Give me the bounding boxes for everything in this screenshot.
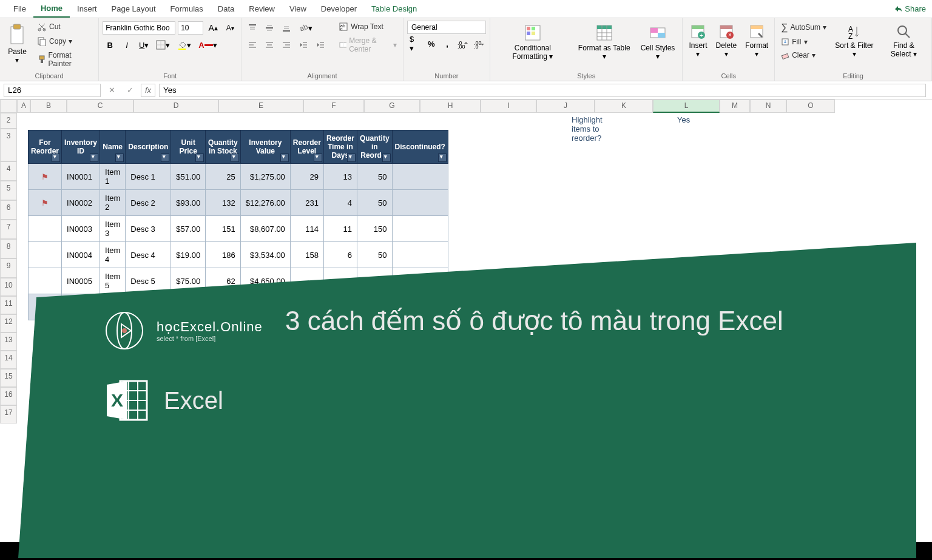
col-header-L[interactable]: L xyxy=(653,100,720,113)
table-cell[interactable]: 50 xyxy=(357,164,392,190)
name-box[interactable] xyxy=(4,84,101,97)
tab-home[interactable]: Home xyxy=(33,0,70,18)
tab-file[interactable]: File xyxy=(6,1,33,17)
table-cell[interactable]: 151 xyxy=(206,216,241,242)
table-cell[interactable]: 114 xyxy=(290,216,323,242)
tab-review[interactable]: Review xyxy=(241,1,282,17)
bold-button[interactable]: B xyxy=(103,38,117,52)
table-header[interactable]: Inventory ID xyxy=(62,130,100,164)
font-size-select[interactable] xyxy=(178,21,203,35)
row-header-4[interactable]: 4 xyxy=(0,161,17,181)
col-header-K[interactable]: K xyxy=(595,100,653,113)
table-cell[interactable]: 4 xyxy=(323,190,357,216)
paste-button[interactable]: Paste ▾ xyxy=(4,21,31,67)
row-header-11[interactable]: 11 xyxy=(0,296,17,314)
table-row[interactable]: ⚑IN0001Item 1Desc 1$51.0025$1,275.002913… xyxy=(29,164,448,190)
align-center-button[interactable] xyxy=(262,38,277,52)
increase-indent-button[interactable] xyxy=(313,38,328,52)
delete-cells-button[interactable]: ×Delete▾ xyxy=(713,21,739,61)
merge-center-button[interactable]: Merge & Center ▾ xyxy=(336,35,399,55)
table-cell[interactable]: $51.00 xyxy=(171,164,206,190)
find-select-button[interactable]: Find & Select ▾ xyxy=(880,21,928,61)
table-cell[interactable] xyxy=(392,164,448,190)
align-right-button[interactable] xyxy=(279,38,294,52)
col-header-N[interactable]: N xyxy=(750,100,786,113)
table-cell[interactable]: 132 xyxy=(206,190,241,216)
clear-button[interactable]: Clear ▾ xyxy=(778,50,829,61)
col-header-O[interactable]: O xyxy=(786,100,835,113)
comma-button[interactable]: , xyxy=(441,36,454,51)
borders-button[interactable]: ▾ xyxy=(154,38,172,52)
filter-icon[interactable] xyxy=(115,153,124,162)
table-cell[interactable]: IN0002 xyxy=(62,190,100,216)
col-header-C[interactable]: C xyxy=(67,100,133,113)
align-bottom-button[interactable] xyxy=(279,21,294,35)
table-header[interactable]: Reorder Time in Days xyxy=(323,130,357,164)
align-middle-button[interactable] xyxy=(262,21,277,35)
tab-table-design[interactable]: Table Design xyxy=(364,1,424,17)
italic-button[interactable]: I xyxy=(120,38,134,52)
format-painter-button[interactable]: Format Painter xyxy=(35,50,95,69)
fill-button[interactable]: Fill ▾ xyxy=(778,36,829,47)
align-top-button[interactable] xyxy=(245,21,260,35)
table-row[interactable]: IN0003Item 3Desc 3$57.00151$8,607.001141… xyxy=(29,216,448,242)
col-header-I[interactable]: I xyxy=(481,100,536,113)
table-cell[interactable]: IN0001 xyxy=(62,164,100,190)
filter-icon[interactable] xyxy=(438,153,447,162)
table-cell[interactable]: 13 xyxy=(323,164,357,190)
enter-formula-button[interactable]: ✓ xyxy=(123,83,137,98)
share-button[interactable]: Share xyxy=(894,4,932,13)
table-cell[interactable]: 50 xyxy=(357,190,392,216)
table-cell[interactable] xyxy=(392,190,448,216)
cancel-formula-button[interactable]: ✕ xyxy=(104,83,119,98)
table-header[interactable]: Discontinued? xyxy=(392,130,448,164)
table-cell[interactable]: 231 xyxy=(290,190,323,216)
cell-styles-button[interactable]: Cell Styles ▾ xyxy=(637,21,679,64)
table-cell[interactable]: $8,607.00 xyxy=(240,216,290,242)
row-header-12[interactable]: 12 xyxy=(0,314,17,332)
underline-button[interactable]: U ▾ xyxy=(137,38,151,52)
row-header-6[interactable]: 6 xyxy=(0,200,17,220)
col-header-G[interactable]: G xyxy=(364,100,420,113)
row-header-3[interactable]: 3 xyxy=(0,129,17,161)
filter-icon[interactable] xyxy=(90,153,98,162)
table-row[interactable]: ⚑IN0002Item 2Desc 2$93.00132$12,276.0023… xyxy=(29,190,448,216)
filter-icon[interactable] xyxy=(382,153,391,162)
sort-filter-button[interactable]: AZSort & Filter ▾ xyxy=(832,21,876,61)
insert-cells-button[interactable]: +Insert▾ xyxy=(686,21,709,61)
table-header[interactable]: Name xyxy=(100,130,126,164)
table-cell[interactable]: 29 xyxy=(290,164,323,190)
row-header-17[interactable]: 17 xyxy=(0,405,17,423)
table-header[interactable]: For Reorder xyxy=(29,130,62,164)
row-header-7[interactable]: 7 xyxy=(0,220,17,239)
table-cell[interactable]: $93.00 xyxy=(171,190,206,216)
table-cell[interactable] xyxy=(29,216,62,242)
col-header-E[interactable]: E xyxy=(218,100,303,113)
increase-font-button[interactable]: A▴ xyxy=(206,21,220,35)
copy-button[interactable]: Copy ▾ xyxy=(35,35,95,47)
number-format-select[interactable] xyxy=(407,21,486,34)
filter-icon[interactable] xyxy=(347,153,356,162)
row-header-16[interactable]: 16 xyxy=(0,387,17,405)
decrease-font-button[interactable]: A▾ xyxy=(223,21,237,35)
filter-icon[interactable] xyxy=(314,153,322,162)
row-header-10[interactable]: 10 xyxy=(0,278,17,296)
font-color-button[interactable]: A ▾ xyxy=(196,38,219,52)
col-header-J[interactable]: J xyxy=(536,100,595,113)
orientation-button[interactable]: ab ▾ xyxy=(296,21,315,35)
table-cell[interactable]: Item 3 xyxy=(100,216,126,242)
table-header[interactable]: Description xyxy=(126,130,171,164)
tab-data[interactable]: Data xyxy=(211,1,241,17)
table-cell[interactable]: 11 xyxy=(323,216,357,242)
col-header-H[interactable]: H xyxy=(420,100,481,113)
table-cell[interactable]: 150 xyxy=(357,216,392,242)
decrease-decimal-button[interactable]: .00.0 xyxy=(473,36,486,51)
col-header-D[interactable]: D xyxy=(133,100,218,113)
fill-color-button[interactable]: ▾ xyxy=(175,38,194,52)
table-cell[interactable]: $12,276.00 xyxy=(240,190,290,216)
font-name-select[interactable] xyxy=(103,21,175,35)
tab-page-layout[interactable]: Page Layout xyxy=(104,1,163,17)
tab-insert[interactable]: Insert xyxy=(70,1,104,17)
percent-button[interactable]: % xyxy=(425,36,438,51)
row-header-5[interactable]: 5 xyxy=(0,181,17,200)
